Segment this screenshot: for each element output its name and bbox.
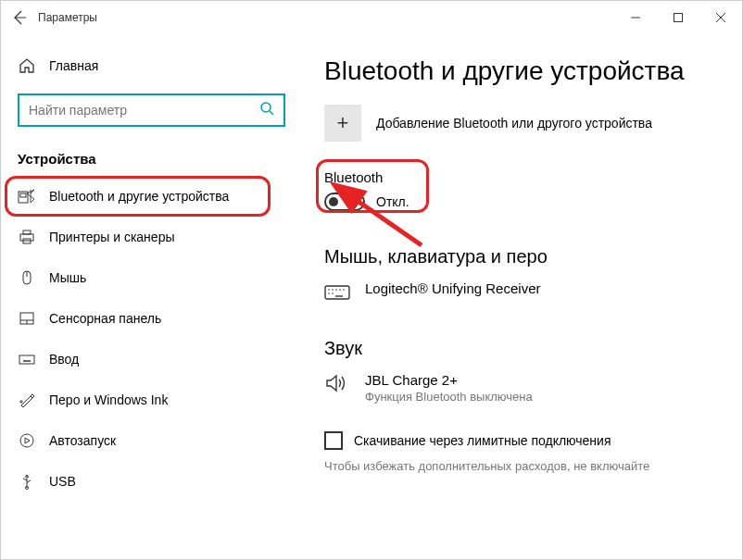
plus-icon: + xyxy=(324,105,361,142)
sidebar-item-typing[interactable]: Ввод xyxy=(1,339,302,380)
add-device-button[interactable]: + Добавление Bluetooth или другого устро… xyxy=(324,105,742,142)
sidebar-item-label: Мышь xyxy=(49,270,86,285)
sidebar-item-usb[interactable]: USB xyxy=(1,461,302,502)
svg-point-32 xyxy=(328,292,330,294)
device-mouse[interactable]: Logitech® Unifying Receiver xyxy=(324,280,742,303)
search-icon xyxy=(259,101,274,119)
svg-point-27 xyxy=(328,289,330,291)
sidebar-item-label: Перо и Windows Ink xyxy=(49,392,168,407)
sidebar-item-label: Bluetooth и другие устройства xyxy=(49,189,229,204)
speaker-icon xyxy=(324,372,350,394)
add-device-label: Добавление Bluetooth или другого устройс… xyxy=(376,116,652,131)
svg-point-22 xyxy=(20,401,22,403)
svg-point-4 xyxy=(261,103,271,112)
back-arrow-icon xyxy=(12,10,27,25)
sidebar-item-bluetooth[interactable]: Bluetooth и другие устройства xyxy=(1,176,302,217)
home-icon xyxy=(18,56,36,75)
device-sound[interactable]: JBL Charge 2+ Функция Bluetooth выключен… xyxy=(324,372,742,404)
page-heading: Bluetooth и другие устройства xyxy=(324,56,742,86)
search-input[interactable] xyxy=(18,93,285,127)
keyboard-icon xyxy=(18,350,36,368)
sidebar-item-label: Ввод xyxy=(49,352,79,367)
sidebar-item-autoplay[interactable]: Автозапуск xyxy=(1,420,302,461)
svg-rect-8 xyxy=(20,234,33,241)
section-mouse-heading: Мышь, клавиатура и перо xyxy=(324,246,742,268)
close-button[interactable] xyxy=(699,1,742,34)
sidebar-item-printers[interactable]: Принтеры и сканеры xyxy=(1,217,302,257)
section-sound-heading: Звук xyxy=(324,338,742,359)
titlebar: Параметры xyxy=(1,1,742,34)
sidebar-item-label: Принтеры и сканеры xyxy=(49,230,174,244)
svg-point-33 xyxy=(332,292,334,294)
svg-point-29 xyxy=(335,289,337,291)
sidebar-item-mouse[interactable]: Мышь xyxy=(1,257,302,298)
usb-icon xyxy=(18,472,36,491)
bluetooth-devices-icon xyxy=(18,187,36,205)
svg-point-31 xyxy=(343,289,345,291)
category-header: Устройства xyxy=(1,145,302,176)
keyboard-receiver-icon xyxy=(324,280,350,303)
sidebar: Главная Устройства Bluetooth и другие ус… xyxy=(1,34,302,559)
device-name: JBL Charge 2+ xyxy=(365,372,533,388)
sidebar-item-pen[interactable]: Перо и Windows Ink xyxy=(1,380,302,420)
toggle-knob xyxy=(329,197,338,206)
maximize-button[interactable] xyxy=(657,1,699,34)
back-button[interactable] xyxy=(1,10,38,25)
metered-note: Чтобы избежать дополнительных расходов, … xyxy=(324,459,742,473)
metered-label: Скачивание через лимитные подключения xyxy=(354,433,611,448)
autoplay-icon xyxy=(18,431,36,450)
main-panel: Bluetooth и другие устройства + Добавлен… xyxy=(302,34,742,559)
svg-rect-9 xyxy=(23,230,31,234)
search-field[interactable] xyxy=(29,103,259,118)
sidebar-item-label: USB xyxy=(49,474,76,489)
touchpad-icon xyxy=(18,309,36,328)
device-subtext: Функция Bluetooth выключена xyxy=(365,390,533,404)
svg-rect-7 xyxy=(20,193,26,197)
svg-point-28 xyxy=(332,289,334,291)
minimize-button[interactable] xyxy=(614,1,657,34)
device-name: Logitech® Unifying Receiver xyxy=(365,280,540,296)
mouse-icon xyxy=(18,268,36,287)
svg-rect-16 xyxy=(19,355,34,364)
svg-line-5 xyxy=(270,111,273,115)
metered-checkbox[interactable] xyxy=(324,431,343,450)
pen-icon xyxy=(18,391,36,409)
sidebar-item-label: Автозапуск xyxy=(49,433,116,448)
home-link[interactable]: Главная xyxy=(1,45,302,86)
svg-rect-1 xyxy=(674,14,683,22)
printer-icon xyxy=(18,228,36,246)
svg-point-30 xyxy=(339,289,341,291)
bluetooth-toggle[interactable] xyxy=(324,193,365,211)
svg-rect-26 xyxy=(325,286,349,299)
bluetooth-label: Bluetooth xyxy=(324,169,742,185)
svg-point-23 xyxy=(20,434,33,447)
sidebar-item-label: Сенсорная панель xyxy=(49,311,161,326)
home-label: Главная xyxy=(49,58,98,73)
window-title: Параметры xyxy=(38,11,97,24)
sidebar-item-touchpad[interactable]: Сенсорная панель xyxy=(1,298,302,339)
bluetooth-state: Откл. xyxy=(376,194,409,209)
